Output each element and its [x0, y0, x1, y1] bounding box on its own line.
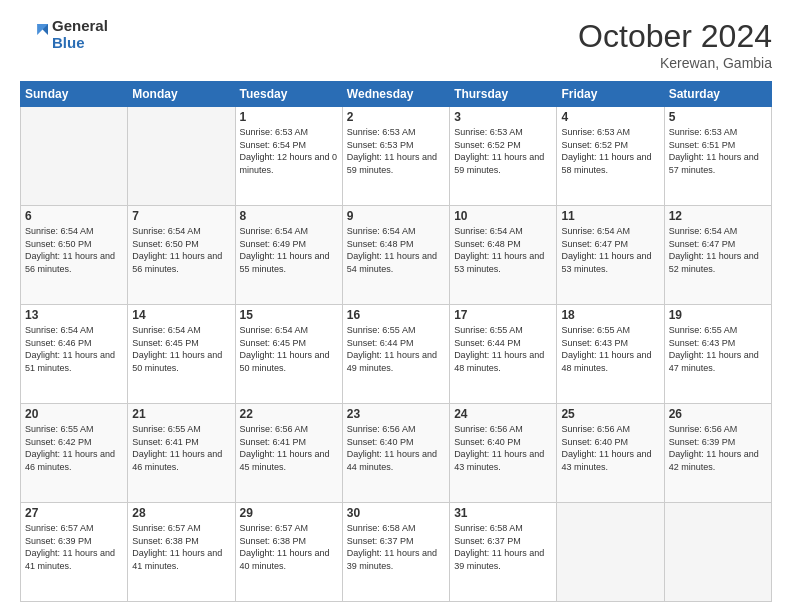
table-row: 10Sunrise: 6:54 AM Sunset: 6:48 PM Dayli…	[450, 206, 557, 305]
col-saturday: Saturday	[664, 82, 771, 107]
table-row: 13Sunrise: 6:54 AM Sunset: 6:46 PM Dayli…	[21, 305, 128, 404]
day-number: 30	[347, 506, 445, 520]
day-info: Sunrise: 6:56 AM Sunset: 6:39 PM Dayligh…	[669, 423, 767, 473]
day-info: Sunrise: 6:56 AM Sunset: 6:40 PM Dayligh…	[454, 423, 552, 473]
table-row: 26Sunrise: 6:56 AM Sunset: 6:39 PM Dayli…	[664, 404, 771, 503]
table-row: 27Sunrise: 6:57 AM Sunset: 6:39 PM Dayli…	[21, 503, 128, 602]
col-friday: Friday	[557, 82, 664, 107]
day-info: Sunrise: 6:55 AM Sunset: 6:44 PM Dayligh…	[347, 324, 445, 374]
generalblue-logo-icon	[20, 21, 48, 49]
day-info: Sunrise: 6:54 AM Sunset: 6:48 PM Dayligh…	[454, 225, 552, 275]
logo-general-text: General	[52, 18, 108, 35]
table-row: 5Sunrise: 6:53 AM Sunset: 6:51 PM Daylig…	[664, 107, 771, 206]
day-number: 24	[454, 407, 552, 421]
day-number: 27	[25, 506, 123, 520]
title-block: October 2024 Kerewan, Gambia	[578, 18, 772, 71]
day-number: 25	[561, 407, 659, 421]
day-info: Sunrise: 6:55 AM Sunset: 6:43 PM Dayligh…	[669, 324, 767, 374]
day-info: Sunrise: 6:55 AM Sunset: 6:43 PM Dayligh…	[561, 324, 659, 374]
table-row: 17Sunrise: 6:55 AM Sunset: 6:44 PM Dayli…	[450, 305, 557, 404]
day-number: 15	[240, 308, 338, 322]
day-info: Sunrise: 6:57 AM Sunset: 6:38 PM Dayligh…	[240, 522, 338, 572]
day-info: Sunrise: 6:53 AM Sunset: 6:52 PM Dayligh…	[561, 126, 659, 176]
table-row: 21Sunrise: 6:55 AM Sunset: 6:41 PM Dayli…	[128, 404, 235, 503]
day-info: Sunrise: 6:58 AM Sunset: 6:37 PM Dayligh…	[454, 522, 552, 572]
calendar-title: October 2024	[578, 18, 772, 55]
calendar-week-row: 6Sunrise: 6:54 AM Sunset: 6:50 PM Daylig…	[21, 206, 772, 305]
day-number: 9	[347, 209, 445, 223]
day-info: Sunrise: 6:53 AM Sunset: 6:52 PM Dayligh…	[454, 126, 552, 176]
day-number: 20	[25, 407, 123, 421]
table-row: 4Sunrise: 6:53 AM Sunset: 6:52 PM Daylig…	[557, 107, 664, 206]
table-row: 18Sunrise: 6:55 AM Sunset: 6:43 PM Dayli…	[557, 305, 664, 404]
table-row: 19Sunrise: 6:55 AM Sunset: 6:43 PM Dayli…	[664, 305, 771, 404]
day-info: Sunrise: 6:54 AM Sunset: 6:48 PM Dayligh…	[347, 225, 445, 275]
logo: General Blue	[20, 18, 108, 51]
day-info: Sunrise: 6:54 AM Sunset: 6:47 PM Dayligh…	[561, 225, 659, 275]
table-row: 16Sunrise: 6:55 AM Sunset: 6:44 PM Dayli…	[342, 305, 449, 404]
day-info: Sunrise: 6:54 AM Sunset: 6:45 PM Dayligh…	[132, 324, 230, 374]
day-number: 22	[240, 407, 338, 421]
table-row: 15Sunrise: 6:54 AM Sunset: 6:45 PM Dayli…	[235, 305, 342, 404]
day-number: 5	[669, 110, 767, 124]
logo-blue-text: Blue	[52, 35, 108, 52]
day-number: 4	[561, 110, 659, 124]
table-row	[128, 107, 235, 206]
table-row: 24Sunrise: 6:56 AM Sunset: 6:40 PM Dayli…	[450, 404, 557, 503]
table-row: 9Sunrise: 6:54 AM Sunset: 6:48 PM Daylig…	[342, 206, 449, 305]
day-number: 10	[454, 209, 552, 223]
calendar-week-row: 13Sunrise: 6:54 AM Sunset: 6:46 PM Dayli…	[21, 305, 772, 404]
day-info: Sunrise: 6:54 AM Sunset: 6:49 PM Dayligh…	[240, 225, 338, 275]
logo-text: General Blue	[52, 18, 108, 51]
day-number: 26	[669, 407, 767, 421]
col-thursday: Thursday	[450, 82, 557, 107]
table-row: 2Sunrise: 6:53 AM Sunset: 6:53 PM Daylig…	[342, 107, 449, 206]
table-row: 1Sunrise: 6:53 AM Sunset: 6:54 PM Daylig…	[235, 107, 342, 206]
day-info: Sunrise: 6:54 AM Sunset: 6:50 PM Dayligh…	[132, 225, 230, 275]
day-number: 6	[25, 209, 123, 223]
day-number: 2	[347, 110, 445, 124]
calendar-header-row: Sunday Monday Tuesday Wednesday Thursday…	[21, 82, 772, 107]
table-row: 25Sunrise: 6:56 AM Sunset: 6:40 PM Dayli…	[557, 404, 664, 503]
day-info: Sunrise: 6:56 AM Sunset: 6:40 PM Dayligh…	[347, 423, 445, 473]
day-info: Sunrise: 6:58 AM Sunset: 6:37 PM Dayligh…	[347, 522, 445, 572]
table-row	[21, 107, 128, 206]
calendar-table: Sunday Monday Tuesday Wednesday Thursday…	[20, 81, 772, 602]
day-number: 21	[132, 407, 230, 421]
table-row: 23Sunrise: 6:56 AM Sunset: 6:40 PM Dayli…	[342, 404, 449, 503]
table-row: 30Sunrise: 6:58 AM Sunset: 6:37 PM Dayli…	[342, 503, 449, 602]
table-row: 11Sunrise: 6:54 AM Sunset: 6:47 PM Dayli…	[557, 206, 664, 305]
table-row: 29Sunrise: 6:57 AM Sunset: 6:38 PM Dayli…	[235, 503, 342, 602]
day-info: Sunrise: 6:54 AM Sunset: 6:50 PM Dayligh…	[25, 225, 123, 275]
day-number: 12	[669, 209, 767, 223]
day-info: Sunrise: 6:57 AM Sunset: 6:39 PM Dayligh…	[25, 522, 123, 572]
table-row	[557, 503, 664, 602]
day-number: 3	[454, 110, 552, 124]
day-number: 23	[347, 407, 445, 421]
calendar-week-row: 1Sunrise: 6:53 AM Sunset: 6:54 PM Daylig…	[21, 107, 772, 206]
day-number: 1	[240, 110, 338, 124]
col-monday: Monday	[128, 82, 235, 107]
day-number: 18	[561, 308, 659, 322]
table-row: 22Sunrise: 6:56 AM Sunset: 6:41 PM Dayli…	[235, 404, 342, 503]
table-row: 31Sunrise: 6:58 AM Sunset: 6:37 PM Dayli…	[450, 503, 557, 602]
table-row: 12Sunrise: 6:54 AM Sunset: 6:47 PM Dayli…	[664, 206, 771, 305]
day-info: Sunrise: 6:56 AM Sunset: 6:41 PM Dayligh…	[240, 423, 338, 473]
day-number: 28	[132, 506, 230, 520]
day-info: Sunrise: 6:55 AM Sunset: 6:42 PM Dayligh…	[25, 423, 123, 473]
col-sunday: Sunday	[21, 82, 128, 107]
day-number: 17	[454, 308, 552, 322]
col-wednesday: Wednesday	[342, 82, 449, 107]
table-row: 6Sunrise: 6:54 AM Sunset: 6:50 PM Daylig…	[21, 206, 128, 305]
day-number: 19	[669, 308, 767, 322]
day-number: 8	[240, 209, 338, 223]
day-info: Sunrise: 6:54 AM Sunset: 6:46 PM Dayligh…	[25, 324, 123, 374]
day-number: 13	[25, 308, 123, 322]
day-number: 31	[454, 506, 552, 520]
table-row: 8Sunrise: 6:54 AM Sunset: 6:49 PM Daylig…	[235, 206, 342, 305]
table-row: 3Sunrise: 6:53 AM Sunset: 6:52 PM Daylig…	[450, 107, 557, 206]
col-tuesday: Tuesday	[235, 82, 342, 107]
day-number: 7	[132, 209, 230, 223]
day-info: Sunrise: 6:54 AM Sunset: 6:47 PM Dayligh…	[669, 225, 767, 275]
table-row: 28Sunrise: 6:57 AM Sunset: 6:38 PM Dayli…	[128, 503, 235, 602]
